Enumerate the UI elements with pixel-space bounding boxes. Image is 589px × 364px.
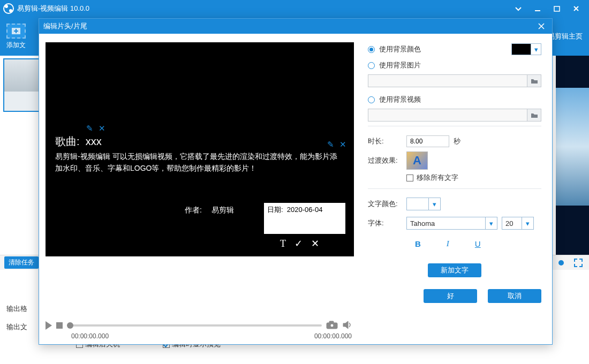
keyframe-icon[interactable]: [555, 256, 568, 269]
player-controls: 00:00:00.000 00:00:00.000: [46, 315, 354, 340]
delete-overlay-icon[interactable]: ✕: [339, 140, 346, 149]
snapshot-button[interactable]: [326, 321, 338, 330]
add-text-button[interactable]: 新加文字: [428, 263, 481, 277]
settings-pane: 使用背景颜色 ▾ 使用背景图片 使用背景视频: [360, 34, 552, 344]
chevron-down-icon: ▾: [429, 198, 441, 210]
dialog-close-button[interactable]: [535, 20, 548, 33]
play-button[interactable]: [46, 321, 52, 330]
home-link[interactable]: 易剪辑主页: [548, 32, 583, 41]
font-size-select[interactable]: 20 ▾: [502, 217, 534, 230]
browse-video-button[interactable]: [527, 109, 541, 122]
date-text-editor[interactable]: 日期: 2020-06-04: [264, 203, 345, 234]
chevron-down-icon: ▾: [486, 217, 497, 230]
add-file-icon: [6, 24, 26, 39]
dropdown-menu-button[interactable]: [509, 0, 528, 17]
titlebar: 易剪辑-视频编辑 10.0.0: [0, 0, 589, 17]
bg-image-path-input[interactable]: [368, 74, 527, 87]
duration-input[interactable]: [406, 135, 449, 147]
window-title: 易剪辑-视频编辑 10.0.0: [17, 4, 89, 13]
bg-color-picker[interactable]: ▾: [511, 43, 541, 55]
time-current: 00:00:00.000: [71, 332, 109, 340]
edit-intro-outro-dialog: 编辑片头/片尾 ✎ ✕ 歌曲: xxx ✎ ✕ 易剪辑-视频编辑 可以无损编辑视…: [39, 18, 553, 345]
fullscreen-icon[interactable]: [572, 256, 585, 269]
text-color-picker[interactable]: ▾: [406, 198, 441, 210]
confirm-text-button[interactable]: ✓: [294, 238, 303, 249]
svg-rect-3: [329, 321, 334, 323]
bg-video-path-input[interactable]: [368, 109, 527, 122]
underline-button[interactable]: U: [475, 239, 481, 248]
browse-image-button[interactable]: [527, 74, 541, 87]
remove-all-text-checkbox[interactable]: 移除所有文字: [406, 170, 541, 185]
transition-effect-picker[interactable]: A: [406, 151, 428, 170]
color-swatch: [512, 44, 531, 55]
radio-icon: [368, 62, 375, 69]
author-text-overlay[interactable]: 作者: 易剪辑: [185, 206, 234, 215]
dialog-titlebar: 编辑片头/片尾: [39, 19, 552, 34]
radio-icon: [368, 46, 375, 53]
font-label: 字体:: [368, 218, 406, 228]
cancel-button[interactable]: 取消: [488, 289, 541, 303]
edit-overlay-icon[interactable]: ✎: [86, 124, 93, 133]
bg-color-radio[interactable]: 使用背景颜色 ▾: [368, 41, 541, 57]
font-family-select[interactable]: Tahoma ▾: [406, 217, 497, 230]
bold-button[interactable]: B: [415, 239, 421, 248]
maximize-button[interactable]: [547, 0, 567, 17]
edit-overlay-icon[interactable]: ✎: [327, 140, 334, 149]
add-file-button[interactable]: 添加文: [6, 24, 26, 50]
preview-canvas[interactable]: ✎ ✕ 歌曲: xxx ✎ ✕ 易剪辑-视频编辑 可以无损编辑视频，它搭载了最先…: [46, 42, 354, 256]
dialog-title: 编辑片头/片尾: [43, 21, 87, 31]
clear-tasks-button[interactable]: 清除任务: [4, 256, 39, 269]
bg-video-radio[interactable]: 使用背景视频: [368, 92, 541, 108]
folder-icon: [531, 78, 538, 84]
volume-button[interactable]: [342, 321, 354, 330]
close-button[interactable]: [567, 0, 586, 17]
output-format-label: 输出格: [6, 304, 39, 314]
checkbox-icon: [406, 175, 413, 181]
text-color-label: 文字颜色:: [368, 199, 406, 209]
chevron-down-icon: ▾: [531, 44, 541, 55]
svg-point-4: [330, 324, 334, 327]
ok-button[interactable]: 好: [424, 289, 477, 303]
delete-overlay-icon[interactable]: ✕: [99, 124, 105, 133]
transition-label: 过渡效果:: [368, 156, 406, 165]
app-logo-icon: [3, 3, 14, 14]
time-total: 00:00:00.000: [314, 332, 352, 340]
output-file-label: 输出文: [6, 322, 39, 332]
song-text-overlay[interactable]: 歌曲: xxx: [55, 134, 102, 149]
color-swatch: [406, 198, 429, 210]
radio-icon: [368, 96, 375, 103]
italic-button[interactable]: I: [447, 239, 449, 248]
right-preview-strip: [556, 56, 589, 255]
stop-button[interactable]: [56, 322, 63, 329]
text-edit-toolbar: T ✓ ✕: [280, 236, 319, 251]
description-text-overlay[interactable]: 易剪辑-视频编辑 可以无损编辑视频，它搭载了最先进的渲染和过渡特效，能为影片添加…: [55, 150, 344, 175]
minimize-button[interactable]: [528, 0, 547, 17]
bg-image-radio[interactable]: 使用背景图片: [368, 57, 541, 73]
add-file-label: 添加文: [6, 41, 26, 50]
folder-icon: [531, 112, 538, 118]
svg-rect-0: [554, 6, 560, 11]
preview-pane: ✎ ✕ 歌曲: xxx ✎ ✕ 易剪辑-视频编辑 可以无损编辑视频，它搭载了最先…: [39, 34, 360, 344]
chevron-down-icon: ▾: [522, 217, 534, 230]
cancel-text-button[interactable]: ✕: [311, 238, 319, 249]
text-style-button[interactable]: T: [280, 238, 286, 249]
duration-unit: 秒: [454, 136, 460, 146]
seek-slider[interactable]: [67, 324, 322, 327]
duration-label: 时长:: [368, 136, 406, 146]
